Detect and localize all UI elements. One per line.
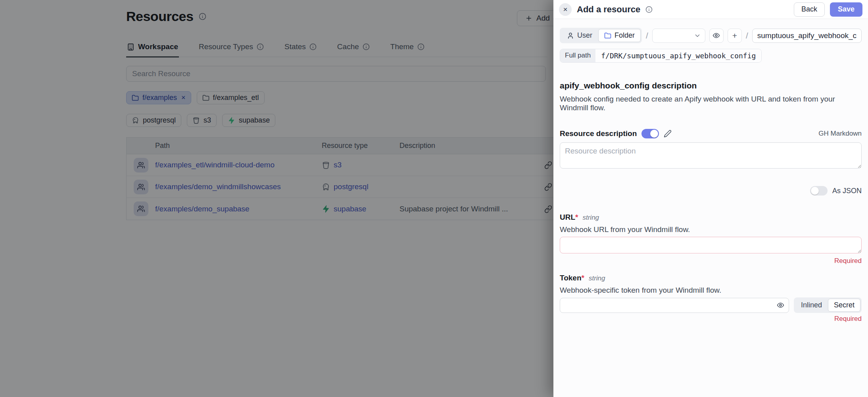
- info-icon[interactable]: [645, 6, 653, 13]
- token-required-message: Required: [560, 315, 862, 323]
- url-field-type: string: [582, 214, 599, 222]
- resource-path-builder: User Folder / + /: [560, 28, 862, 43]
- full-path-label: Full path: [560, 49, 595, 62]
- token-field-type: string: [589, 274, 605, 282]
- inlined-segment[interactable]: Inlined: [795, 299, 828, 312]
- view-folder-button[interactable]: [709, 29, 724, 43]
- resource-name-input[interactable]: [752, 29, 862, 43]
- folder-icon: [604, 32, 611, 39]
- user-icon: [567, 32, 574, 39]
- path-separator: /: [646, 31, 648, 40]
- new-folder-button[interactable]: +: [728, 29, 742, 43]
- url-field-label: URL*: [560, 213, 578, 222]
- eye-icon: [712, 32, 720, 39]
- token-secrecy-toggle: Inlined Secret: [794, 297, 862, 313]
- gh-markdown-hint: GH Markdown: [818, 130, 862, 138]
- required-asterisk: *: [582, 274, 584, 282]
- folder-select[interactable]: [652, 29, 705, 43]
- field-url: URL* string Webhook URL from your Windmi…: [560, 213, 862, 265]
- url-required-message: Required: [560, 257, 862, 265]
- token-input[interactable]: [560, 298, 789, 313]
- add-resource-drawer: × Add a resource Back Save User Folder /: [553, 0, 868, 397]
- eye-icon[interactable]: [777, 301, 784, 309]
- url-input[interactable]: [560, 237, 862, 253]
- owner-kind-toggle: User Folder: [560, 28, 642, 43]
- field-token: Token* string Webhook-specific token fro…: [560, 274, 862, 323]
- owner-user-segment[interactable]: User: [561, 29, 598, 42]
- drawer-body: User Folder / + / Full path f/DRK/s: [553, 19, 868, 332]
- required-asterisk: *: [575, 213, 578, 221]
- owner-folder-segment[interactable]: Folder: [598, 29, 641, 42]
- secret-segment[interactable]: Secret: [828, 299, 860, 312]
- schema-heading: apify_webhook_config description: [560, 81, 862, 90]
- schema-description: Webhook config needed to create an Apify…: [560, 95, 862, 112]
- close-icon[interactable]: ×: [559, 3, 572, 16]
- pencil-icon[interactable]: [664, 130, 672, 138]
- full-path-value: f/DRK/sumptuous_apify_webhook_config: [595, 49, 761, 62]
- full-path: Full path f/DRK/sumptuous_apify_webhook_…: [560, 49, 762, 63]
- description-toggle[interactable]: [641, 129, 659, 138]
- as-json-toggle[interactable]: [810, 186, 828, 196]
- back-button[interactable]: Back: [794, 2, 825, 17]
- token-field-label: Token*: [560, 274, 584, 282]
- path-separator: /: [746, 31, 748, 40]
- as-json-label: As JSON: [832, 187, 862, 195]
- drawer-title: Add a resource: [577, 4, 640, 15]
- url-field-help: Webhook URL from your Windmill flow.: [560, 225, 862, 234]
- plus-icon: +: [732, 31, 737, 40]
- save-button[interactable]: Save: [830, 2, 862, 17]
- resource-description-textarea[interactable]: [560, 142, 862, 169]
- token-field-help: Webhook-specific token from your Windmil…: [560, 286, 862, 295]
- drawer-header: × Add a resource Back Save: [553, 0, 868, 19]
- resource-description-label: Resource description: [560, 129, 637, 138]
- chevron-down-icon: [694, 32, 701, 39]
